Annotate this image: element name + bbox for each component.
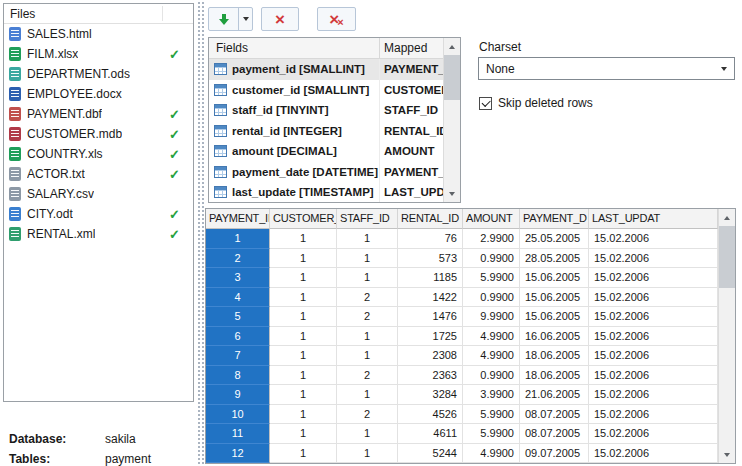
table-row[interactable]: 111146115.990008.07.200515.02.2006 bbox=[206, 424, 718, 444]
cell: 1 bbox=[337, 385, 398, 405]
cell: 1 bbox=[270, 385, 337, 405]
table-row[interactable]: 31111855.990015.06.200515.02.2006 bbox=[206, 268, 718, 288]
cell: 7 bbox=[206, 346, 270, 366]
cell: 1 bbox=[270, 346, 337, 366]
mapping-row[interactable]: amount [DECIMAL]AMOUNT bbox=[209, 141, 443, 162]
mdb-file-icon bbox=[9, 127, 21, 141]
file-item[interactable]: SALARY.csv bbox=[4, 184, 193, 204]
file-name: DEPARTMENT.ods bbox=[27, 67, 130, 81]
cell: 25.05.2005 bbox=[520, 229, 589, 249]
files-list: SALES.htmlFILM.xlsx✓DEPARTMENT.odsEMPLOY… bbox=[4, 24, 193, 244]
check-icon: ✓ bbox=[169, 227, 180, 242]
fields-column-header: Fields bbox=[209, 41, 379, 55]
file-item[interactable]: EMPLOYEE.docx bbox=[4, 84, 193, 104]
cell: 1476 bbox=[398, 307, 463, 327]
cell: 15.02.2006 bbox=[589, 366, 718, 386]
file-name: SALARY.csv bbox=[27, 187, 94, 201]
file-item[interactable]: DEPARTMENT.ods bbox=[4, 64, 193, 84]
map-columns-action[interactable] bbox=[209, 8, 238, 30]
cell: 15.02.2006 bbox=[589, 346, 718, 366]
cell: 9 bbox=[206, 385, 270, 405]
scrollbar-thumb[interactable] bbox=[444, 55, 460, 100]
file-item[interactable]: ACTOR.txt✓ bbox=[4, 164, 193, 184]
mapped-field-name: PAYMENT_D bbox=[379, 162, 443, 183]
clear-mapping-button[interactable] bbox=[261, 7, 299, 31]
table-row[interactable]: 51214769.990015.06.200515.02.2006 bbox=[206, 307, 718, 327]
field-cell: rental_id [INTEGER] bbox=[209, 121, 379, 142]
dbf-file-icon bbox=[9, 107, 21, 121]
cell: 4526 bbox=[398, 405, 463, 425]
cell: 15.02.2006 bbox=[589, 249, 718, 269]
table-row[interactable]: 71123084.990018.06.200515.02.2006 bbox=[206, 346, 718, 366]
cell: 18.06.2005 bbox=[520, 366, 589, 386]
check-icon: ✓ bbox=[169, 127, 180, 142]
table-row[interactable]: 81223630.990018.06.200515.02.2006 bbox=[206, 366, 718, 386]
cell: 5.9900 bbox=[463, 424, 520, 444]
file-name: COUNTRY.xls bbox=[27, 147, 103, 161]
cell: 0.9900 bbox=[463, 249, 520, 269]
cell: 1 bbox=[206, 229, 270, 249]
check-icon: ✓ bbox=[169, 147, 180, 162]
cell: 0.9900 bbox=[463, 366, 520, 386]
file-item[interactable]: SALES.html bbox=[4, 24, 193, 44]
check-icon: ✓ bbox=[169, 207, 180, 222]
clear-all-mappings-button[interactable] bbox=[317, 7, 356, 31]
cell: 3284 bbox=[398, 385, 463, 405]
scroll-up-button[interactable] bbox=[444, 38, 460, 55]
map-columns-button[interactable] bbox=[208, 7, 253, 31]
mapping-row[interactable]: customer_id [SMALLINT]CUSTOMER bbox=[209, 80, 443, 101]
table-icon bbox=[214, 145, 227, 157]
column-header: RENTAL_ID bbox=[398, 209, 463, 229]
table-row[interactable]: 111762.990025.05.200515.02.2006 bbox=[206, 229, 718, 249]
mapping-scrollbar[interactable] bbox=[443, 38, 460, 202]
file-name: CITY.odt bbox=[27, 207, 73, 221]
table-row[interactable]: 61117254.990016.06.200515.02.2006 bbox=[206, 327, 718, 347]
data-import-window: Files SALES.htmlFILM.xlsx✓DEPARTMENT.ods… bbox=[0, 0, 742, 466]
cell: 12 bbox=[206, 444, 270, 464]
file-item[interactable]: PAYMENT.dbf✓ bbox=[4, 104, 193, 124]
cell: 1 bbox=[270, 268, 337, 288]
html-file-icon bbox=[9, 27, 21, 41]
mapping-row[interactable]: staff_id [TINYINT]STAFF_ID bbox=[209, 100, 443, 121]
table-row[interactable]: 2115730.990028.05.200515.02.2006 bbox=[206, 249, 718, 269]
grid-scrollbar[interactable] bbox=[718, 209, 735, 463]
map-columns-dropdown[interactable] bbox=[238, 8, 252, 30]
file-item[interactable]: CUSTOMER.mdb✓ bbox=[4, 124, 193, 144]
triangle-up-icon bbox=[724, 216, 730, 220]
cell: 1 bbox=[337, 327, 398, 347]
mapping-row[interactable]: payment_id [SMALLINT]PAYMENT_I bbox=[209, 59, 443, 80]
file-item[interactable]: FILM.xlsx✓ bbox=[4, 44, 193, 64]
table-row[interactable]: 121152444.990009.07.200515.02.2006 bbox=[206, 444, 718, 464]
scroll-up-button[interactable] bbox=[719, 209, 735, 226]
file-name: FILM.xlsx bbox=[27, 47, 78, 61]
table-row[interactable]: 101245265.990008.07.200515.02.2006 bbox=[206, 405, 718, 425]
file-item[interactable]: RENTAL.xml✓ bbox=[4, 224, 193, 244]
mapping-row[interactable]: payment_date [DATETIME]PAYMENT_D bbox=[209, 162, 443, 183]
charset-select[interactable]: None bbox=[478, 57, 735, 80]
table-icon bbox=[214, 104, 227, 116]
file-item[interactable]: CITY.odt✓ bbox=[4, 204, 193, 224]
red-x-icon bbox=[275, 11, 285, 28]
file-item[interactable]: COUNTRY.xls✓ bbox=[4, 144, 193, 164]
database-label: Database: bbox=[9, 432, 66, 446]
mapping-row[interactable]: last_update [TIMESTAMP]LAST_UPDA bbox=[209, 182, 443, 202]
skip-deleted-rows-checkbox[interactable]: Skip deleted rows bbox=[479, 96, 593, 110]
column-header: CUSTOMER_ bbox=[270, 209, 337, 229]
field-cell: customer_id [SMALLINT] bbox=[209, 80, 379, 101]
table-row[interactable]: 91132843.990021.06.200515.02.2006 bbox=[206, 385, 718, 405]
cell: 2363 bbox=[398, 366, 463, 386]
table-icon bbox=[214, 125, 227, 137]
table-icon bbox=[214, 186, 227, 198]
cell: 15.02.2006 bbox=[589, 405, 718, 425]
check-icon: ✓ bbox=[169, 107, 180, 122]
mapping-row[interactable]: rental_id [INTEGER]RENTAL_ID bbox=[209, 121, 443, 142]
table-row[interactable]: 41214220.990015.06.200515.02.2006 bbox=[206, 288, 718, 308]
check-icon: ✓ bbox=[169, 47, 180, 62]
cell: 15.02.2006 bbox=[589, 424, 718, 444]
file-name: SALES.html bbox=[27, 27, 92, 41]
xlsx-file-icon bbox=[9, 47, 21, 61]
scroll-down-button[interactable] bbox=[444, 185, 460, 202]
scroll-down-button[interactable] bbox=[719, 446, 735, 463]
scrollbar-thumb[interactable] bbox=[719, 226, 735, 288]
cell: 1 bbox=[337, 444, 398, 464]
